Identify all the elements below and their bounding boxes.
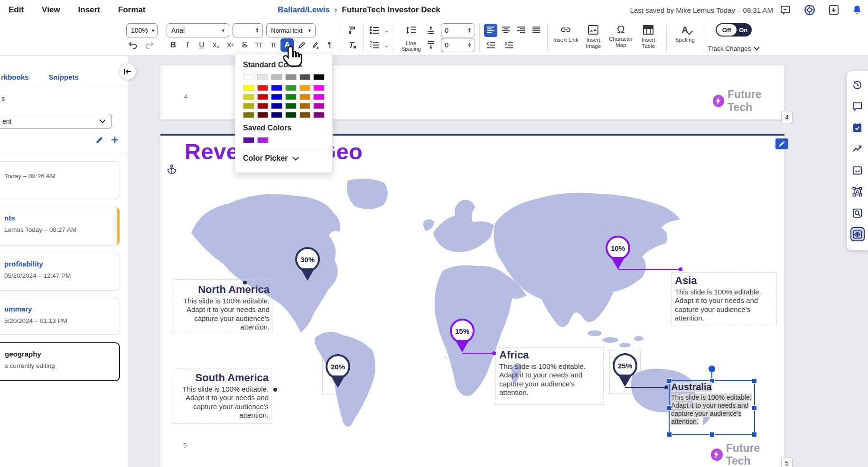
help-icon[interactable]	[803, 4, 816, 16]
color-swatch[interactable]	[285, 94, 297, 100]
space-above-icon[interactable]	[424, 24, 438, 37]
numbered-list-icon[interactable]	[368, 38, 381, 52]
preview-eye-icon[interactable]	[851, 228, 864, 240]
color-picker-expander[interactable]: Color Picker	[243, 154, 325, 163]
saved-color-swatch[interactable]	[243, 137, 254, 143]
tab-workbooks[interactable]: rkbooks	[1, 73, 28, 81]
sidebar-collapse-button[interactable]	[120, 64, 136, 80]
color-swatch[interactable]	[313, 112, 325, 118]
color-swatch[interactable]	[243, 85, 254, 91]
page-badge-5[interactable]: 5	[781, 457, 793, 467]
track-changes-label[interactable]: Track Changes	[708, 45, 760, 52]
align-justify-button[interactable]	[530, 24, 543, 37]
paragraph-style-select[interactable]: Normal text▾	[266, 23, 316, 37]
strikethrough-button[interactable]: S	[238, 38, 251, 52]
indent-icon[interactable]	[502, 38, 515, 52]
text-color-button[interactable]: A	[280, 38, 294, 52]
trends-icon[interactable]	[851, 143, 864, 155]
menu-format[interactable]: Format	[118, 5, 146, 15]
menu-edit[interactable]: Edit	[9, 5, 24, 15]
color-swatch[interactable]	[243, 103, 254, 109]
clear-formatting-icon[interactable]	[345, 38, 359, 52]
color-swatch[interactable]	[257, 74, 269, 80]
color-swatch[interactable]	[299, 74, 311, 80]
map-pin-africa[interactable]: 15%	[450, 319, 475, 352]
zoom-select[interactable]: 100%▾	[126, 23, 158, 37]
resize-handle[interactable]	[667, 432, 672, 437]
resize-handle[interactable]	[709, 432, 715, 437]
undo-button[interactable]	[126, 38, 140, 52]
version-card[interactable]: Today – 08:26 AM	[0, 161, 120, 199]
map-pin-asia[interactable]: 10%	[606, 236, 630, 269]
color-swatch[interactable]	[271, 112, 282, 118]
resize-handle[interactable]	[752, 432, 757, 437]
color-swatch[interactable]	[285, 112, 297, 118]
slide-edit-badge[interactable]	[775, 138, 788, 149]
slide-5[interactable]: Revenue by Geo	[160, 134, 784, 467]
region-text-africa[interactable]: Africa This slide is 100% editable. Adap…	[499, 349, 597, 397]
align-right-button[interactable]	[514, 24, 528, 37]
text-box-icon[interactable]: A	[851, 185, 864, 198]
color-swatch[interactable]	[313, 103, 325, 109]
insert-image-button[interactable]: Insert Image	[579, 20, 607, 55]
uppercase-button[interactable]: TT	[252, 38, 265, 52]
map-pin-australia[interactable]: 25%	[613, 353, 637, 387]
version-card[interactable]: nts Lemus Today – 08:27 AM	[0, 207, 120, 246]
insert-table-button[interactable]: Insert Table	[635, 20, 662, 55]
comment-icon[interactable]	[851, 100, 864, 112]
font-family-select[interactable]: Arial▾	[167, 23, 229, 37]
line-spacing-icon[interactable]	[404, 24, 418, 37]
color-swatch[interactable]	[271, 74, 282, 80]
map-pin-south-america[interactable]: 20%	[326, 354, 350, 388]
export-icon[interactable]	[828, 4, 840, 16]
highlight-pen-icon[interactable]	[295, 38, 308, 52]
align-left-button[interactable]	[484, 24, 497, 37]
version-card-current[interactable]: geography s currently editing	[0, 342, 120, 381]
color-swatch[interactable]	[243, 94, 254, 100]
version-card[interactable]: profitability 05/20/2024 – 12:47 PM	[0, 253, 120, 291]
region-text-south-america[interactable]: South America This slide is 100% editabl…	[174, 372, 269, 420]
color-swatch[interactable]	[285, 74, 297, 80]
region-text-asia[interactable]: Asia This slide is 100% editable. Adapt …	[675, 275, 772, 322]
subscript-button[interactable]: X₂	[209, 38, 223, 52]
color-swatch[interactable]	[243, 74, 254, 80]
smallcaps-button[interactable]: Tt	[266, 38, 280, 52]
redo-button[interactable]	[143, 38, 156, 52]
color-swatch[interactable]	[257, 112, 269, 118]
color-swatch[interactable]	[257, 94, 269, 100]
tab-snippets[interactable]: Snippets	[48, 73, 78, 81]
bold-button[interactable]: B	[167, 38, 180, 52]
sidebar-filter-dropdown[interactable]: ent	[0, 114, 112, 128]
font-size-spinner[interactable]: ▲▼	[233, 23, 263, 37]
space-below-icon[interactable]	[424, 38, 438, 52]
history-icon[interactable]	[851, 79, 864, 91]
bulleted-list-icon[interactable]	[368, 24, 381, 37]
map-pin-north-america[interactable]: 30%	[295, 247, 320, 281]
color-swatch[interactable]	[313, 85, 325, 91]
align-center-button[interactable]	[499, 24, 513, 37]
color-swatch[interactable]	[271, 94, 282, 100]
color-swatch[interactable]	[271, 85, 282, 91]
numbered-list-caret[interactable]: ⌄	[384, 42, 389, 48]
italic-button[interactable]: I	[181, 38, 194, 52]
search-icon[interactable]	[851, 207, 864, 219]
color-swatch[interactable]	[313, 74, 325, 80]
fill-color-icon[interactable]	[309, 38, 322, 52]
space-above-spinner[interactable]: 0▲▼	[441, 23, 475, 37]
color-swatch[interactable]	[299, 85, 311, 91]
color-swatch[interactable]	[285, 103, 297, 109]
insert-link-button[interactable]: Insert Link	[552, 20, 579, 55]
rotate-handle[interactable]	[709, 366, 715, 372]
breadcrumb-parent-link[interactable]: Ballard/Lewis	[278, 5, 330, 15]
outdent-icon[interactable]	[484, 38, 497, 52]
paint-format-icon[interactable]	[345, 24, 359, 37]
track-changes-toggle[interactable]: Off On	[716, 23, 752, 37]
space-below-spinner[interactable]: 0▲▼	[441, 38, 475, 52]
color-swatch[interactable]	[243, 112, 254, 118]
comments-icon[interactable]	[780, 4, 791, 16]
add-icon[interactable]	[111, 136, 119, 144]
spelling-button[interactable]: A Spelling	[671, 20, 699, 55]
color-swatch[interactable]	[271, 103, 282, 109]
superscript-button[interactable]: X²	[224, 38, 237, 52]
page-badge-4[interactable]: 4	[781, 111, 793, 123]
